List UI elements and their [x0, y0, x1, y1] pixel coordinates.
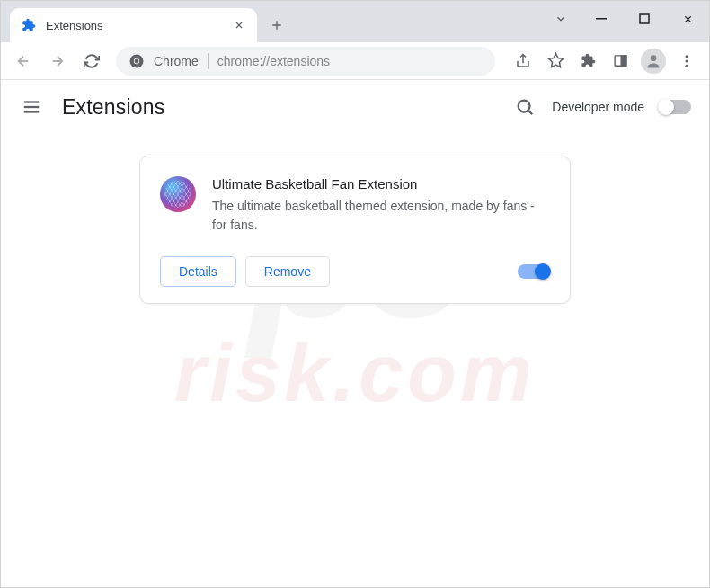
svg-point-4: [135, 58, 139, 63]
kebab-menu-icon[interactable]: [671, 46, 702, 76]
toolbar-actions: [508, 46, 702, 76]
extension-name: Ultimate Basketball Fan Extension: [212, 176, 550, 192]
extension-basketball-icon: [160, 176, 196, 212]
extensions-page-header: Extensions Developer mode: [1, 80, 709, 134]
extension-card: Ultimate Basketball Fan Extension The ul…: [139, 156, 571, 304]
browser-titlebar: Extensions: [1, 1, 709, 42]
extension-enable-toggle[interactable]: [518, 264, 550, 279]
svg-line-16: [528, 111, 532, 114]
svg-point-8: [651, 55, 657, 61]
bookmark-star-icon[interactable]: [540, 46, 571, 76]
details-button[interactable]: Details: [160, 256, 236, 287]
reload-button[interactable]: [76, 46, 107, 76]
developer-mode-toggle[interactable]: [659, 100, 691, 114]
address-bar[interactable]: Chrome chrome://extensions: [116, 47, 495, 76]
remove-button[interactable]: Remove: [245, 256, 330, 287]
svg-rect-7: [621, 56, 626, 66]
share-icon[interactable]: [508, 46, 538, 76]
forward-button[interactable]: [42, 46, 73, 76]
hamburger-menu-icon[interactable]: [19, 94, 44, 120]
extension-puzzle-icon: [21, 17, 37, 33]
omnibox-divider: [208, 53, 209, 69]
svg-point-10: [686, 59, 688, 62]
maximize-button[interactable]: [623, 1, 666, 37]
omnibox-label: Chrome: [154, 54, 199, 68]
profile-avatar[interactable]: [641, 49, 666, 74]
chrome-icon: [129, 53, 145, 69]
page-title: Extensions: [62, 95, 165, 120]
svg-point-15: [519, 101, 530, 112]
svg-rect-1: [640, 14, 649, 23]
svg-point-9: [686, 55, 688, 58]
browser-tab[interactable]: Extensions: [10, 8, 257, 42]
sidepanel-icon[interactable]: [605, 46, 635, 76]
new-tab-button[interactable]: [262, 11, 291, 40]
window-controls: [542, 1, 709, 37]
extensions-puzzle-icon[interactable]: [572, 46, 603, 76]
watermark-bottom: risk.com: [174, 327, 536, 420]
extensions-list: Ultimate Basketball Fan Extension The ul…: [1, 134, 709, 325]
extension-description: The ultimate basketball themed extension…: [212, 197, 550, 235]
svg-point-11: [686, 64, 688, 67]
minimize-button[interactable]: [580, 1, 623, 37]
search-icon[interactable]: [512, 94, 537, 120]
browser-toolbar: Chrome chrome://extensions: [1, 42, 709, 80]
svg-marker-5: [548, 54, 563, 67]
omnibox-url: chrome://extensions: [217, 54, 330, 68]
tab-search-chevron-icon[interactable]: [542, 1, 580, 37]
developer-mode-label: Developer mode: [552, 100, 644, 114]
tab-close-icon[interactable]: [232, 18, 246, 32]
svg-rect-0: [596, 18, 607, 20]
tab-title: Extensions: [46, 19, 223, 32]
close-window-button[interactable]: [666, 1, 709, 37]
back-button[interactable]: [8, 46, 39, 76]
